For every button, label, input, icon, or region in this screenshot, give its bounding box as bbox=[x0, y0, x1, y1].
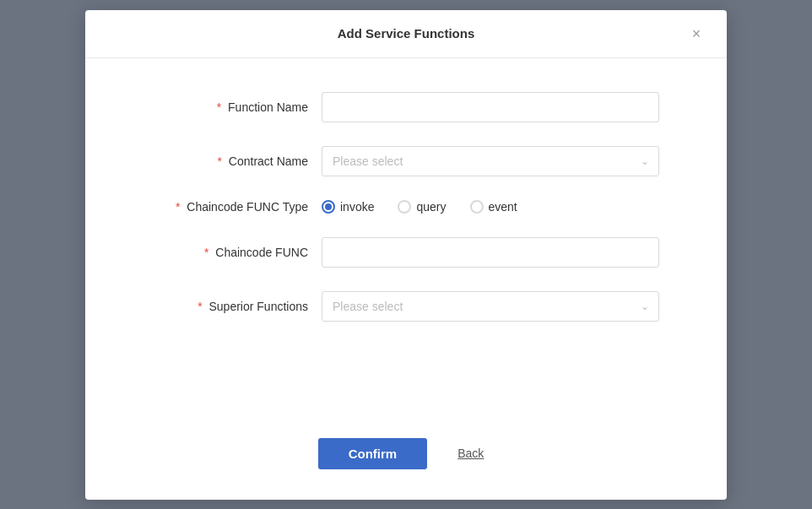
chaincode-func-input[interactable] bbox=[322, 237, 659, 268]
function-name-label: * Function Name bbox=[153, 100, 322, 114]
function-name-row: * Function Name bbox=[153, 92, 659, 122]
function-name-required: * bbox=[217, 100, 221, 114]
radio-query-label: query bbox=[416, 200, 446, 214]
close-button[interactable]: × bbox=[686, 24, 706, 44]
superior-functions-label: * Superior Functions bbox=[153, 300, 322, 313]
chaincode-func-type-radio-group: invoke query event bbox=[322, 200, 659, 214]
contract-name-row: * Contract Name Please select ⌄ bbox=[153, 146, 659, 176]
radio-query-input[interactable] bbox=[398, 200, 411, 214]
radio-invoke-label: invoke bbox=[340, 200, 374, 214]
modal-overlay: Add Service Functions × * Function Name … bbox=[0, 0, 812, 509]
contract-name-select[interactable]: Please select bbox=[322, 146, 659, 176]
chaincode-func-type-required: * bbox=[176, 200, 180, 214]
chaincode-func-label: * Chaincode FUNC bbox=[153, 246, 322, 259]
superior-functions-row: * Superior Functions Please select ⌄ bbox=[153, 291, 659, 322]
contract-name-select-wrapper: Please select ⌄ bbox=[322, 146, 659, 176]
contract-name-required: * bbox=[218, 154, 222, 168]
modal-container: Add Service Functions × * Function Name … bbox=[85, 10, 727, 500]
chaincode-func-required: * bbox=[204, 246, 208, 259]
radio-event-input[interactable] bbox=[470, 200, 484, 214]
chaincode-func-type-row: * Chaincode FUNC Type invoke query event bbox=[153, 200, 659, 214]
radio-query[interactable]: query bbox=[398, 200, 446, 214]
radio-event[interactable]: event bbox=[470, 200, 517, 214]
modal-footer: Confirm Back bbox=[85, 421, 727, 500]
modal-header: Add Service Functions × bbox=[85, 10, 727, 58]
chaincode-func-row: * Chaincode FUNC bbox=[153, 237, 659, 268]
radio-invoke[interactable]: invoke bbox=[322, 200, 374, 214]
radio-invoke-input[interactable] bbox=[322, 200, 335, 214]
back-button[interactable]: Back bbox=[447, 438, 494, 468]
confirm-button[interactable]: Confirm bbox=[318, 438, 428, 469]
radio-event-label: event bbox=[489, 200, 517, 214]
superior-functions-select[interactable]: Please select bbox=[322, 291, 659, 322]
function-name-input[interactable] bbox=[322, 92, 659, 122]
superior-functions-required: * bbox=[198, 300, 202, 313]
modal-title: Add Service Functions bbox=[126, 26, 686, 41]
modal-body: * Function Name * Contract Name Please s… bbox=[85, 58, 727, 421]
chaincode-func-type-label: * Chaincode FUNC Type bbox=[153, 200, 322, 214]
superior-functions-select-wrapper: Please select ⌄ bbox=[322, 291, 659, 322]
contract-name-label: * Contract Name bbox=[153, 154, 322, 168]
